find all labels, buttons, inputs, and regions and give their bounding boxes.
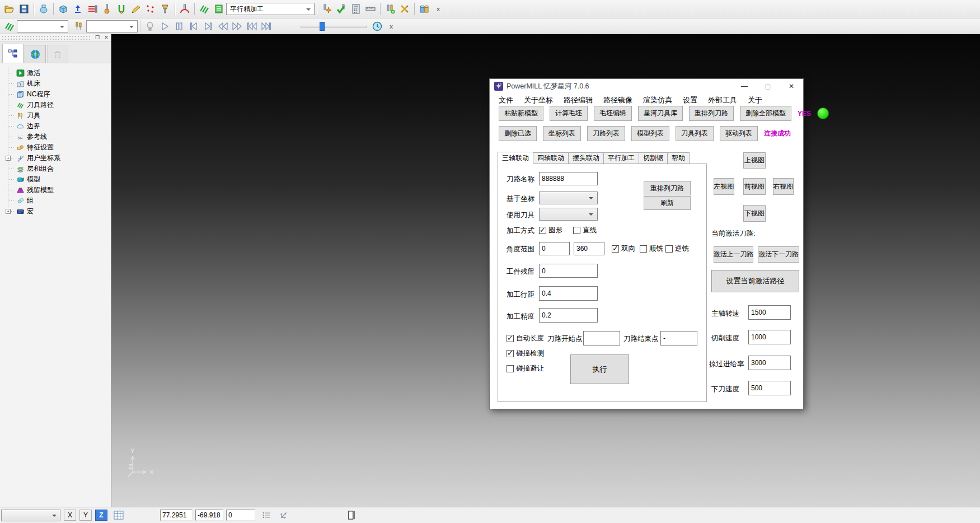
tree-item-workplanes[interactable]: +用户坐标系 <box>3 153 111 164</box>
delete-all-models-button[interactable]: 删除全部模型 <box>740 106 791 121</box>
maximize-button[interactable]: ▢ <box>756 79 780 94</box>
tree-item-models[interactable]: 模型 <box>3 174 111 185</box>
toolpath-ribbon-icon[interactable] <box>197 2 212 16</box>
toolpath-tool-icon[interactable] <box>177 2 192 16</box>
sim-toolpath-combobox[interactable] <box>17 20 68 32</box>
coord-list-button[interactable]: 坐标列表 <box>543 126 581 141</box>
menu-render-sim[interactable]: 渲染仿真 <box>643 95 672 105</box>
skim-feed-input[interactable] <box>748 356 791 370</box>
fast-forward-icon[interactable] <box>230 19 245 34</box>
cutting-feed-input[interactable] <box>748 330 791 344</box>
calculator-icon[interactable] <box>349 2 363 16</box>
block-icon[interactable] <box>56 2 71 16</box>
angle-from-input[interactable] <box>539 242 570 255</box>
tolerance-input[interactable] <box>539 308 598 323</box>
coord-x-input[interactable] <box>160 510 193 521</box>
coord-y-input[interactable] <box>195 510 223 521</box>
toolbar-close-button[interactable]: x <box>387 22 396 31</box>
tree-item-nc-programs[interactable]: NC程序 <box>3 89 111 100</box>
end-point-icon[interactable] <box>143 2 158 16</box>
speed-slider-handle[interactable] <box>320 22 325 31</box>
tab-recycle-bin[interactable] <box>47 45 68 63</box>
view-top-button[interactable]: 上视图 <box>743 152 766 169</box>
swap-tools-icon[interactable] <box>397 2 412 16</box>
dialog-titlebar[interactable]: PowerMILL 忆梦星河 7.0.6 — ▢ ✕ <box>490 79 803 94</box>
delete-selected-button[interactable]: 删除已选 <box>499 126 537 141</box>
viewmill-icon[interactable] <box>36 2 51 16</box>
menu-path-mirror[interactable]: 路径镜像 <box>603 95 632 105</box>
based-coord-combobox[interactable] <box>539 192 598 204</box>
view-front-button[interactable]: 前视图 <box>743 178 766 195</box>
strategy-list-icon[interactable] <box>212 2 226 16</box>
refresh-button[interactable]: 刷新 <box>644 196 691 210</box>
tab-explorer-tree[interactable] <box>2 44 24 63</box>
stock-allowance-input[interactable] <box>539 264 598 278</box>
open-project-icon[interactable] <box>2 2 17 16</box>
tools-icon[interactable] <box>72 19 86 34</box>
tree-item-feature-sets[interactable]: 特征设置 <box>3 142 111 153</box>
menu-about[interactable]: 关于 <box>748 95 762 105</box>
drive-list-button[interactable]: 驱动列表 <box>720 126 758 141</box>
tool-pair-icon[interactable] <box>383 2 397 16</box>
expand-icon[interactable]: + <box>6 156 11 161</box>
menu-file[interactable]: 文件 <box>499 95 513 105</box>
tab-tilt-head[interactable]: 摆头联动 <box>569 152 604 164</box>
view-bottom-button[interactable]: 下视图 <box>743 205 766 222</box>
strategy-combobox[interactable]: 平行精加工 <box>226 3 315 15</box>
pause-icon[interactable] <box>172 19 186 34</box>
skip-start-icon[interactable] <box>245 19 259 34</box>
measure-icon[interactable] <box>363 2 378 16</box>
start-point-input[interactable] <box>583 331 620 345</box>
toolbar-close-button[interactable]: x <box>434 4 443 13</box>
tree-item-machine-tool[interactable]: 机床 <box>3 78 111 89</box>
use-tool-combobox[interactable] <box>539 208 598 221</box>
coord-list-icon[interactable] <box>260 509 273 521</box>
statusbar-combobox[interactable] <box>1 510 60 521</box>
clock-icon[interactable] <box>370 19 385 34</box>
stepover-input[interactable] <box>539 286 598 301</box>
climb-mill-checkbox[interactable]: 顺铣 <box>640 244 663 254</box>
step-forward-icon[interactable] <box>201 19 215 34</box>
skip-end-icon[interactable] <box>259 19 274 34</box>
collision-check-checkbox[interactable]: 碰撞检测 <box>507 349 544 358</box>
axis-y-button[interactable]: Y <box>79 510 92 521</box>
expand-icon[interactable]: + <box>6 209 11 214</box>
tool-ball-icon[interactable] <box>100 2 114 16</box>
panel-toggle-icon[interactable] <box>345 509 358 521</box>
coord-z-input[interactable] <box>226 510 255 521</box>
end-point-input[interactable] <box>660 331 697 345</box>
cylinders-icon[interactable] <box>417 2 432 16</box>
toolpath-ribbon-icon[interactable] <box>2 19 17 34</box>
view-left-button[interactable]: 左视图 <box>714 178 734 195</box>
grid-snap-icon[interactable] <box>112 509 125 521</box>
tree-item-levels-sets[interactable]: 层和组合 <box>3 164 111 174</box>
close-button[interactable]: ✕ <box>780 79 803 94</box>
viewport-canvas[interactable]: Y X Z PowerMILL 忆梦星河 7.0.6 — ▢ ✕ 文件 关于坐标… <box>111 34 980 507</box>
mode-line-checkbox[interactable]: 直线 <box>573 226 597 235</box>
tool-library-button[interactable]: 星河刀具库 <box>638 106 683 121</box>
tab-four-axis[interactable]: 四轴联动 <box>533 152 569 164</box>
tree-item-boundaries[interactable]: 边界 <box>3 121 111 132</box>
speed-slider[interactable] <box>301 21 367 32</box>
tool-holder-icon[interactable] <box>158 2 172 16</box>
tool-list-button[interactable]: 刀具列表 <box>676 126 714 141</box>
tab-help[interactable]: 帮助 <box>668 152 690 164</box>
minimize-button[interactable]: — <box>733 79 756 94</box>
step-back-icon[interactable] <box>186 19 201 34</box>
menu-settings[interactable]: 设置 <box>683 95 697 105</box>
collision-avoid-checkbox[interactable]: 碰撞避让 <box>507 364 544 373</box>
mode-circle-checkbox[interactable]: 圆形 <box>539 226 562 235</box>
angle-to-input[interactable] <box>574 242 604 255</box>
model-list-button[interactable]: 模型列表 <box>631 126 669 141</box>
tree-item-tools[interactable]: 刀具 <box>3 110 111 121</box>
start-point-icon[interactable] <box>129 2 143 16</box>
rewind-icon[interactable] <box>215 19 230 34</box>
auto-length-checkbox[interactable]: 自动长度 <box>507 334 544 343</box>
spindle-speed-input[interactable] <box>748 305 791 320</box>
calc-block-button[interactable]: 计算毛坯 <box>550 106 588 121</box>
edit-block-button[interactable]: 毛坯编辑 <box>594 106 632 121</box>
bidirectional-checkbox[interactable]: 双向 <box>612 244 635 254</box>
tree-item-groups[interactable]: 组 <box>3 195 111 206</box>
panel-close-icon[interactable]: ✕ <box>103 35 110 41</box>
rapid-heights-icon[interactable] <box>71 2 85 16</box>
